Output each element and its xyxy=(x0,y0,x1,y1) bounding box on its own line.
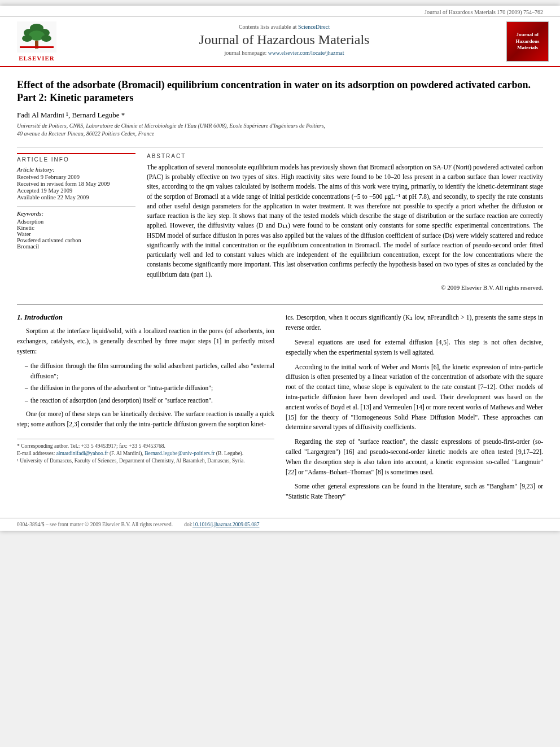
elsevier-tree-icon xyxy=(17,21,56,53)
history-label: Article history: xyxy=(17,166,135,173)
keyword-water: Water xyxy=(17,231,135,237)
article-title: Effect of the adsorbate (Bromacil) equil… xyxy=(17,78,543,105)
journal-title: Journal of Hazardous Materials xyxy=(68,32,501,47)
intro-body-text: Sorption at the interface liquid/solid, … xyxy=(17,326,274,429)
available-date: Available online 22 May 2009 xyxy=(17,194,135,200)
sciencedirect-link: Contents lists available at ScienceDirec… xyxy=(68,24,501,30)
keyword-bromacil: Bromacil xyxy=(17,243,135,250)
main-content: Effect of the adsorbate (Bromacil) equil… xyxy=(0,67,560,518)
received-date: Received 9 February 2009 xyxy=(17,174,135,180)
sciencedirect-anchor[interactable]: ScienceDirect xyxy=(298,24,330,30)
journal-ref-text: Journal of Hazardous Materials 170 (2009… xyxy=(425,9,543,15)
homepage-url[interactable]: www.elsevier.com/locate/jhazmat xyxy=(268,50,344,56)
affiliation: Université de Poitiers, CNRS, Laboratoir… xyxy=(17,122,543,138)
footnote-1: ¹ University of Damascus, Faculty of Sci… xyxy=(17,457,274,465)
header-divider xyxy=(17,147,543,147)
journal-reference: Journal of Hazardous Materials 170 (2009… xyxy=(0,6,560,17)
bullet-surface-reaction: the reaction of adsorption (and desorpti… xyxy=(25,396,274,406)
article-info-header: ARTICLE INFO xyxy=(17,153,135,163)
abstract-column: ABSTRACT The application of several mono… xyxy=(147,153,543,296)
svg-rect-8 xyxy=(20,46,54,48)
intro-section-title: 1. Introduction xyxy=(17,313,274,322)
abstract-header: ABSTRACT xyxy=(147,153,543,159)
svg-point-6 xyxy=(41,35,51,42)
right-col-text: ics. Desorption, when it occurs signific… xyxy=(286,313,543,502)
svg-point-5 xyxy=(22,35,32,42)
keyword-pac: Powdered activated carbon xyxy=(17,237,135,243)
keywords-section: Keywords: Adsorption Kinetic Water Powde… xyxy=(17,206,135,250)
intro-bullet-list: the diffusion through the film surroundi… xyxy=(25,361,274,406)
bullet-external-diffusion: the diffusion through the film surroundi… xyxy=(25,361,274,382)
journal-info-center: Contents lists available at ScienceDirec… xyxy=(68,21,501,62)
footnote-corresponding: * Corresponding author. Tel.: +33 5 4945… xyxy=(17,443,274,450)
footnote-email: E-mail addresses: almardinifadi@yahoo.fr… xyxy=(17,450,274,457)
footer-doi: doi:10.1016/j.jhazmat.2009.05.087 xyxy=(184,522,259,527)
email-link-2[interactable]: Bernard.legube@univ-poitiers.fr xyxy=(145,451,215,456)
keyword-kinetic: Kinetic xyxy=(17,225,135,231)
footer-issn: 0304-3894/$ – see front matter © 2009 El… xyxy=(17,522,173,527)
keywords-label: Keywords: xyxy=(17,210,135,217)
journal-cover-thumbnail: Journal ofHazardousMaterials xyxy=(506,21,549,62)
authors: Fadi Al Mardini ¹, Bernard Legube * xyxy=(17,111,543,120)
abstract-text: The application of several monosolute eq… xyxy=(147,163,543,292)
page: Journal of Hazardous Materials 170 (2009… xyxy=(0,6,560,531)
doi-link[interactable]: 10.1016/j.jhazmat.2009.05.087 xyxy=(193,522,259,527)
body-left-column: 1. Introduction Sorption at the interfac… xyxy=(17,313,274,506)
journal-header: ELSEVIER Contents lists available at Sci… xyxy=(0,17,560,67)
email-link-1[interactable]: almardinifadi@yahoo.fr xyxy=(56,451,108,456)
elsevier-text: ELSEVIER xyxy=(19,55,55,62)
footnote-section: * Corresponding author. Tel.: +33 5 4945… xyxy=(17,439,274,465)
homepage-link: journal homepage: www.elsevier.com/locat… xyxy=(68,50,501,56)
body-columns: 1. Introduction Sorption at the interfac… xyxy=(17,313,543,506)
info-abstract-columns: ARTICLE INFO Article history: Received 9… xyxy=(17,153,543,296)
body-right-column: ics. Desorption, when it occurs signific… xyxy=(286,313,543,506)
keyword-adsorption: Adsorption xyxy=(17,219,135,225)
body-divider xyxy=(17,304,543,305)
revised-date: Received in revised form 18 May 2009 xyxy=(17,181,135,187)
copyright-text: © 2009 Elsevier B.V. All rights reserved… xyxy=(147,283,543,292)
accepted-date: Accepted 19 May 2009 xyxy=(17,187,135,194)
elsevier-logo: ELSEVIER xyxy=(11,21,62,62)
bullet-intra-diffusion: the diffusion in the pores of the adsorb… xyxy=(25,383,274,394)
footer-bar: 0304-3894/$ – see front matter © 2009 El… xyxy=(0,518,560,531)
article-info-column: ARTICLE INFO Article history: Received 9… xyxy=(17,153,135,296)
